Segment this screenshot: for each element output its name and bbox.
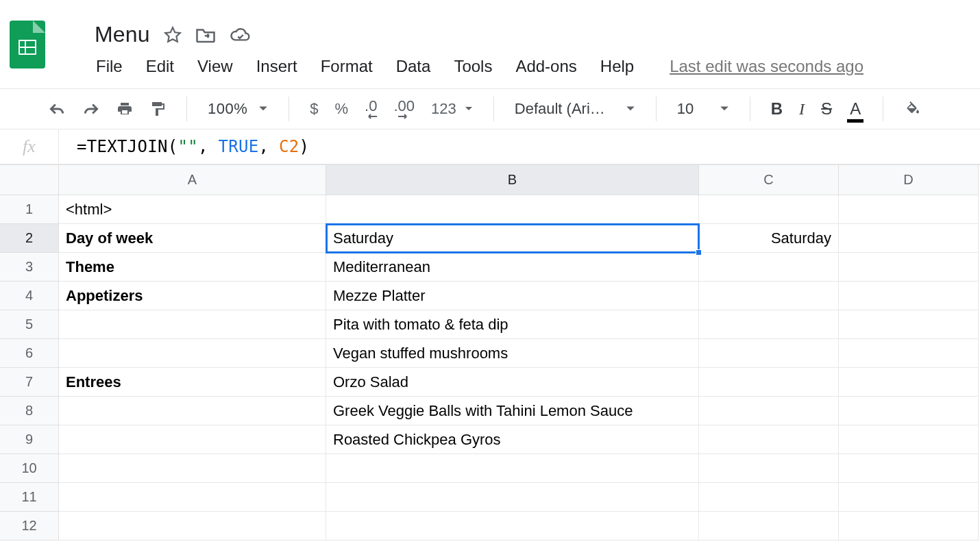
cell-C8[interactable] (699, 397, 839, 425)
menu-file[interactable]: File (96, 57, 123, 76)
cell-C1[interactable] (699, 195, 839, 224)
strikethrough-button[interactable]: S (813, 99, 840, 119)
cell-C6[interactable] (699, 339, 839, 368)
zoom-dropdown[interactable]: 100% (199, 100, 276, 118)
cell-B4[interactable]: Mezze Platter (326, 282, 699, 310)
row-header-8[interactable]: 8 (0, 397, 59, 425)
cloud-saved-icon[interactable] (230, 26, 252, 44)
cell-A4[interactable]: Appetizers (59, 282, 326, 310)
cell-A12[interactable] (59, 512, 326, 541)
format-currency-button[interactable]: $ (302, 100, 326, 118)
bold-button[interactable]: B (763, 99, 791, 119)
cell-C10[interactable] (699, 454, 839, 483)
italic-button[interactable]: I (791, 100, 813, 119)
cell-D4[interactable] (839, 282, 979, 310)
column-header-A[interactable]: A (59, 165, 326, 195)
cell-B7[interactable]: Orzo Salad (326, 368, 699, 397)
formula-input[interactable]: =TEXTJOIN("", TRUE, C2) (59, 137, 309, 156)
cell-D5[interactable] (839, 310, 979, 339)
cell-D3[interactable] (839, 253, 979, 282)
cell-C11[interactable] (699, 483, 839, 512)
cell-B1[interactable] (326, 195, 699, 224)
cell-A1[interactable]: <html> (59, 195, 326, 224)
cell-C3[interactable] (699, 253, 839, 282)
increase-decimal-button[interactable]: .00 (385, 99, 423, 119)
cell-A5[interactable] (59, 310, 326, 339)
cell-D8[interactable] (839, 397, 979, 425)
menu-help[interactable]: Help (600, 57, 634, 76)
menu-addons[interactable]: Add-ons (515, 57, 576, 76)
cell-C4[interactable] (699, 282, 839, 310)
fill-color-button[interactable] (896, 101, 930, 117)
last-edit-link[interactable]: Last edit was seconds ago (670, 57, 863, 76)
text-color-button[interactable]: A (840, 99, 870, 119)
sheets-logo-icon[interactable] (10, 21, 45, 69)
menu-edit[interactable]: Edit (146, 57, 174, 76)
menu-insert[interactable]: Insert (256, 57, 297, 76)
row-header-3[interactable]: 3 (0, 253, 59, 282)
menu-tools[interactable]: Tools (454, 57, 492, 76)
cell-D9[interactable] (839, 425, 979, 454)
row-header-1[interactable]: 1 (0, 195, 59, 224)
row-header-7[interactable]: 7 (0, 368, 59, 397)
cell-B12[interactable] (326, 512, 699, 541)
redo-button[interactable] (74, 101, 108, 116)
row-header-11[interactable]: 11 (0, 483, 59, 512)
cell-B5[interactable]: Pita with tomato & feta dip (326, 310, 699, 339)
star-icon[interactable] (164, 26, 182, 44)
row-header-12[interactable]: 12 (0, 512, 59, 541)
cell-D11[interactable] (839, 483, 979, 512)
selection-handle-icon[interactable] (696, 249, 702, 256)
menu-data[interactable]: Data (396, 57, 431, 76)
cell-A2[interactable]: Day of week (59, 224, 326, 253)
row-header-2[interactable]: 2 (0, 224, 59, 253)
cell-C5[interactable] (699, 310, 839, 339)
cell-B10[interactable] (326, 454, 699, 483)
column-header-C[interactable]: C (699, 165, 839, 195)
cell-C7[interactable] (699, 368, 839, 397)
document-title[interactable]: Menu (95, 22, 150, 47)
column-header-D[interactable]: D (839, 165, 979, 195)
print-button[interactable] (108, 101, 141, 117)
more-formats-dropdown[interactable]: 123 (423, 100, 481, 118)
cell-A7[interactable]: Entrees (59, 368, 326, 397)
cell-B3[interactable]: Mediterranean (326, 253, 699, 282)
decrease-decimal-button[interactable]: .0 (356, 99, 385, 119)
cell-D6[interactable] (839, 339, 979, 368)
cell-D12[interactable] (839, 512, 979, 541)
cell-B11[interactable] (326, 483, 699, 512)
row-header-4[interactable]: 4 (0, 282, 59, 310)
menu-view[interactable]: View (197, 57, 233, 76)
cell-D7[interactable] (839, 368, 979, 397)
column-header-B[interactable]: B (326, 165, 699, 195)
cell-A8[interactable] (59, 397, 326, 425)
font-family-dropdown[interactable]: Default (Ari… (506, 100, 644, 118)
cell-A3[interactable]: Theme (59, 253, 326, 282)
cell-A10[interactable] (59, 454, 326, 483)
cell-C12[interactable] (699, 512, 839, 541)
spreadsheet-grid[interactable]: A B C D 1 <html> 2 Day of week Saturday … (0, 164, 980, 541)
cell-A9[interactable] (59, 425, 326, 454)
cell-A11[interactable] (59, 483, 326, 512)
row-header-5[interactable]: 5 (0, 310, 59, 339)
cell-A6[interactable] (59, 339, 326, 368)
font-size-dropdown[interactable]: 10 (669, 100, 737, 118)
cell-D10[interactable] (839, 454, 979, 483)
cell-D2[interactable] (839, 224, 979, 253)
paint-format-button[interactable] (141, 101, 174, 117)
row-header-10[interactable]: 10 (0, 454, 59, 483)
cell-D1[interactable] (839, 195, 979, 224)
row-header-9[interactable]: 9 (0, 425, 59, 454)
move-to-folder-icon[interactable] (195, 26, 216, 44)
select-all-corner[interactable] (0, 165, 59, 195)
cell-C2[interactable]: Saturday (699, 224, 839, 253)
format-percent-button[interactable]: % (327, 100, 357, 118)
cell-C9[interactable] (699, 425, 839, 454)
cell-B8[interactable]: Greek Veggie Balls with Tahini Lemon Sau… (326, 397, 699, 425)
cell-B2[interactable]: Saturday (326, 224, 699, 253)
row-header-6[interactable]: 6 (0, 339, 59, 368)
menu-format[interactable]: Format (321, 57, 373, 76)
undo-button[interactable] (40, 101, 74, 116)
cell-B6[interactable]: Vegan stuffed mushrooms (326, 339, 699, 368)
cell-B9[interactable]: Roasted Chickpea Gyros (326, 425, 699, 454)
